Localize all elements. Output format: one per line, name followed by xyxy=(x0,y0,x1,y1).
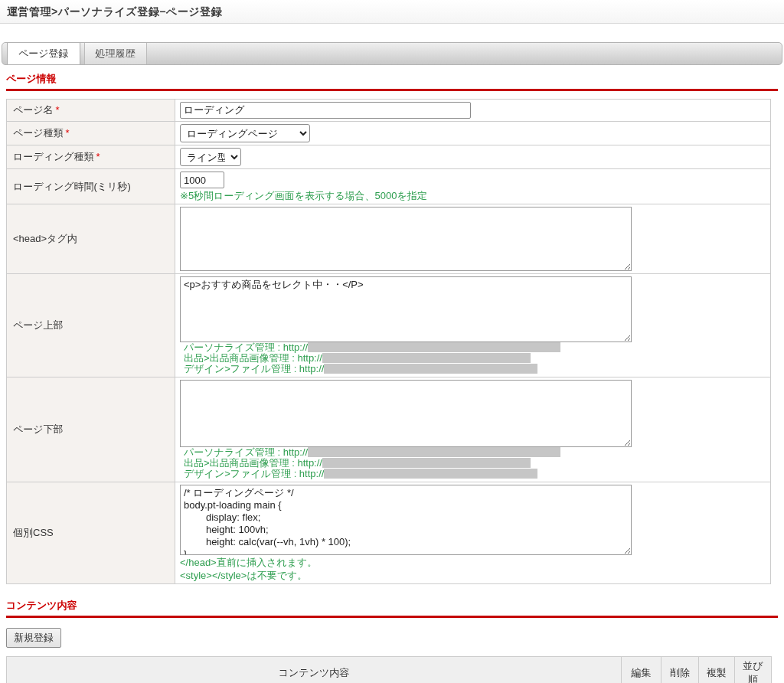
label-page-bottom: ページ下部 xyxy=(7,377,175,482)
redacted-url-bar xyxy=(324,469,537,479)
row-page-bottom: ページ下部 パーソナライズ管理 : http:// 出品>出品商品画像管理 : … xyxy=(7,377,771,482)
page-type-select[interactable]: ローディングページ xyxy=(180,124,310,142)
page-top-link-file-manage: デザイン>ファイル管理 : http:// xyxy=(180,364,766,374)
page-bottom-link-personalize: パーソナライズ管理 : http:// xyxy=(180,447,766,458)
redacted-url-bar xyxy=(308,342,560,352)
redacted-url-bar xyxy=(324,364,537,374)
row-page-top: ページ上部 <p>おすすめ商品をセレクト中・・</P> パーソナライズ管理 : … xyxy=(7,274,771,377)
row-loading-time: ローディング時間(ミリ秒) ※5秒間ローディング画面を表示する場合、5000を指… xyxy=(7,169,771,204)
page-bottom-link-file-manage: デザイン>ファイル管理 : http:// xyxy=(180,469,766,479)
loading-time-note: ※5秒間ローディング画面を表示する場合、5000を指定 xyxy=(180,190,766,201)
label-page-top: ページ上部 xyxy=(7,274,175,377)
new-register-button[interactable]: 新規登録 xyxy=(6,628,61,648)
custom-css-textarea[interactable]: /* ローディングページ */ body.pt-loading main { d… xyxy=(180,485,632,555)
breadcrumb: 運営管理>パーソナライズ登録−ページ登録 xyxy=(7,5,222,18)
row-custom-css: 個別CSS /* ローディングページ */ body.pt-loading ma… xyxy=(7,482,771,584)
redacted-url-bar xyxy=(308,447,560,457)
row-page-name: ページ名* xyxy=(7,100,771,122)
contents-table: コンテンツ内容 編集 削除 複製 並び順 登録されていません xyxy=(6,656,772,683)
row-page-type: ページ種類* ローディングページ xyxy=(7,122,771,145)
custom-css-note-1: </head>直前に挿入されます。 xyxy=(180,557,766,568)
label-loading-type: ローディング種類* xyxy=(7,145,175,169)
page-header: 運営管理>パーソナライズ登録−ページ登録 xyxy=(0,0,784,24)
page-info-form: ページ名* ページ種類* ローディングページ ローディング種類* ライン型 ロー… xyxy=(6,99,771,584)
col-edit: 編集 xyxy=(622,657,662,683)
col-contents: コンテンツ内容 xyxy=(7,657,622,683)
tab-history[interactable]: 処理履歴 xyxy=(84,43,147,64)
col-copy: 複製 xyxy=(699,657,735,683)
redacted-url-bar xyxy=(322,353,531,363)
custom-css-note-2: <style></style>は不要です。 xyxy=(180,570,766,581)
page-top-textarea[interactable]: <p>おすすめ商品をセレクト中・・</P> xyxy=(180,276,632,342)
section-title-contents: コンテンツ内容 xyxy=(6,599,778,618)
tab-bar: ページ登録 処理履歴 xyxy=(2,42,782,65)
label-loading-time: ローディング時間(ミリ秒) xyxy=(7,169,175,204)
row-head-tag: <head>タグ内 xyxy=(7,204,771,274)
label-head-tag: <head>タグ内 xyxy=(7,204,175,274)
redacted-url-bar xyxy=(322,458,531,468)
section-title-page-info: ページ情報 xyxy=(6,72,778,91)
required-mark: * xyxy=(66,127,70,139)
head-tag-textarea[interactable] xyxy=(180,207,632,271)
label-page-name: ページ名* xyxy=(7,100,175,122)
page-top-link-personalize: パーソナライズ管理 : http:// xyxy=(180,342,766,353)
loading-time-input[interactable] xyxy=(180,172,224,188)
page-bottom-link-product-image: 出品>出品商品画像管理 : http:// xyxy=(180,458,766,469)
tab-page-register[interactable]: ページ登録 xyxy=(7,43,80,64)
required-mark: * xyxy=(96,151,100,162)
loading-type-select[interactable]: ライン型 xyxy=(180,148,241,166)
col-sort: 並び順 xyxy=(735,657,772,683)
col-delete: 削除 xyxy=(662,657,699,683)
label-page-type: ページ種類* xyxy=(7,122,175,145)
page-top-link-product-image: 出品>出品商品画像管理 : http:// xyxy=(180,353,766,364)
row-loading-type: ローディング種類* ライン型 xyxy=(7,145,771,169)
label-custom-css: 個別CSS xyxy=(7,482,175,584)
page-bottom-textarea[interactable] xyxy=(180,380,632,447)
required-mark: * xyxy=(56,104,60,116)
page-name-input[interactable] xyxy=(180,102,471,119)
contents-table-header: コンテンツ内容 編集 削除 複製 並び順 xyxy=(7,657,772,683)
